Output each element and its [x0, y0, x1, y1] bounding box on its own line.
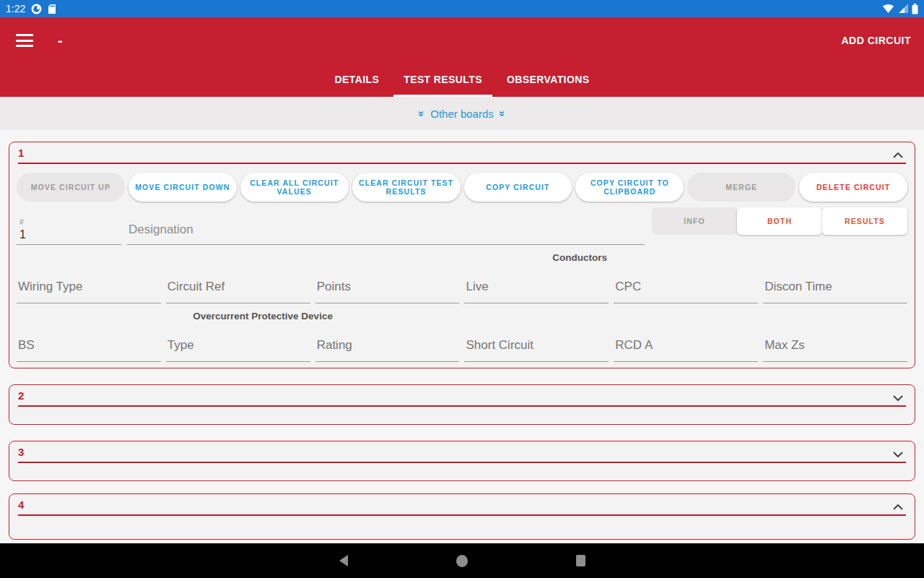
merge-button[interactable]: MERGE [687, 173, 796, 202]
circuit-card-4: 4 [9, 493, 915, 540]
circuit-actions: MOVE CIRCUIT UP MOVE CIRCUIT DOWN CLEAR … [9, 164, 915, 203]
circuit-number: 4 [18, 499, 24, 511]
view-toggle: INFO BOTH RESULTS [652, 207, 907, 235]
add-circuit-button[interactable]: ADD CIRCUIT [842, 35, 912, 46]
conductors-fields: Wiring Type Circuit Ref Points Live CPC … [9, 268, 915, 303]
points-field[interactable]: Points [315, 268, 460, 303]
toggle-results[interactable]: RESULTS [822, 207, 907, 235]
chevron-down-icon[interactable] [893, 447, 903, 460]
designation-field[interactable]: Designation [127, 223, 645, 245]
discon-time-field[interactable]: Discon Time [763, 268, 907, 303]
circuit-card-2: 2 [9, 384, 915, 425]
circuit-number-field[interactable]: # 1 [17, 218, 121, 245]
status-time: 1:22 [6, 3, 25, 14]
circuit-number: 3 [18, 446, 24, 458]
move-circuit-up-button[interactable]: MOVE CIRCUIT UP [17, 173, 125, 202]
status-bar: 1:22 [0, 0, 924, 17]
home-icon[interactable] [452, 551, 472, 571]
circuit-divider [18, 405, 906, 407]
other-boards-label: Other boards [430, 108, 494, 120]
tab-test-results[interactable]: TEST RESULTS [393, 64, 492, 97]
recents-icon[interactable] [570, 551, 590, 571]
clear-all-circuit-values-button[interactable]: CLEAR ALL CIRCUIT VALUES [240, 173, 349, 202]
number-field-label: # [19, 218, 118, 226]
circuit-list: 1 MOVE CIRCUIT UP MOVE CIRCUIT DOWN CLEA… [0, 130, 924, 543]
circuit-ref-field[interactable]: Circuit Ref [166, 268, 310, 303]
move-circuit-down-button[interactable]: MOVE CIRCUIT DOWN [128, 173, 237, 202]
bs-field[interactable]: BS [17, 327, 161, 362]
clear-circuit-test-results-button[interactable]: CLEAR CIRCUIT TEST RESULTS [352, 173, 461, 202]
circuit-number: 2 [18, 389, 24, 402]
live-field[interactable]: Live [464, 268, 609, 303]
designation-placeholder: Designation [128, 223, 643, 237]
chevron-up-icon[interactable] [893, 148, 903, 161]
double-chevron-down-icon: » [416, 111, 428, 116]
short-circuit-field[interactable]: Short Circuit [464, 327, 609, 362]
signal-icon [897, 4, 909, 14]
circuit-card-1: 1 MOVE CIRCUIT UP MOVE CIRCUIT DOWN CLEA… [9, 142, 915, 368]
rcd-a-field[interactable]: RCD A [614, 327, 758, 362]
tab-observations[interactable]: OBSERVATIONS [497, 64, 599, 97]
circuit-divider [18, 462, 906, 463]
battery-icon [912, 4, 918, 14]
copy-circuit-to-clipboard-button[interactable]: COPY CIRCUIT TO CLIPBOARD [575, 173, 684, 202]
chevron-up-icon[interactable] [893, 500, 903, 513]
type-field[interactable]: Type [166, 327, 310, 362]
number-field-value: 1 [19, 228, 118, 241]
cpc-field[interactable]: CPC [614, 268, 758, 303]
chevron-down-icon[interactable] [893, 391, 903, 404]
sdcard-icon [48, 4, 56, 14]
app-bar: - ADD CIRCUIT DETAILS TEST RESULTS OBSER… [0, 17, 924, 97]
toggle-info[interactable]: INFO [652, 207, 737, 235]
delete-circuit-button[interactable]: DELETE CIRCUIT [799, 173, 907, 202]
android-nav-bar [0, 543, 924, 578]
tab-bar: DETAILS TEST RESULTS OBSERVATIONS [0, 64, 924, 97]
circuit-number: 1 [18, 147, 24, 159]
conductors-heading: Conductors [552, 252, 607, 263]
wiring-type-field[interactable]: Wiring Type [17, 268, 161, 303]
ocpd-heading: Overcurrent Protective Device [193, 311, 333, 322]
data-saver-icon [31, 4, 42, 14]
circuit-divider [18, 514, 906, 516]
rating-field[interactable]: Rating [315, 327, 460, 362]
other-boards-expander[interactable]: » Other boards » [0, 97, 924, 130]
back-icon[interactable] [334, 551, 354, 571]
copy-circuit-button[interactable]: COPY CIRCUIT [464, 173, 572, 202]
wifi-icon [882, 4, 894, 14]
double-chevron-down-icon: » [496, 111, 508, 116]
page-title: - [58, 33, 63, 49]
circuit-card-3: 3 [9, 441, 915, 481]
max-zs-field[interactable]: Max Zs [763, 327, 907, 362]
menu-icon[interactable] [16, 34, 33, 47]
ocpd-fields: BS Type Rating Short Circuit RCD A Max Z… [9, 327, 915, 362]
tab-details[interactable]: DETAILS [325, 64, 390, 97]
toggle-both[interactable]: BOTH [737, 207, 822, 235]
